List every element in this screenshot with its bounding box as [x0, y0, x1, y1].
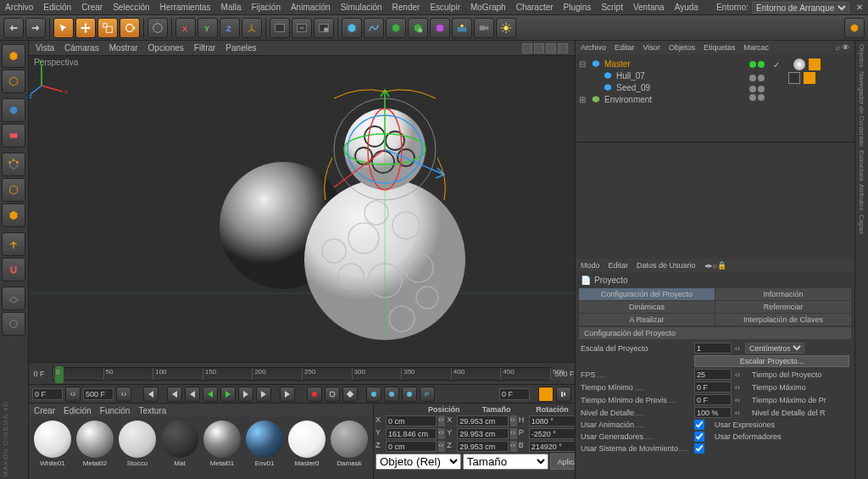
deformer-tool[interactable] [430, 18, 450, 38]
env-select[interactable]: Entorno de Arranque [752, 2, 849, 14]
attr-tab[interactable]: Configuración del Proyecto [579, 288, 715, 300]
material-item[interactable]: Stocco [117, 421, 158, 476]
side-tab-navegador de contenido[interactable]: Navegador de Contenido [858, 71, 865, 147]
menu-mograph[interactable]: MoGraph [470, 3, 506, 12]
material-item[interactable]: Env01 [244, 421, 285, 476]
prev-key-button[interactable] [167, 387, 182, 402]
zoom-icon[interactable] [546, 43, 556, 53]
size-Y[interactable] [457, 428, 508, 439]
lock-icon[interactable]: 🔒 [717, 261, 726, 270]
timeline[interactable]: 0 F 050100150200250300350400450500 500 F [29, 362, 575, 384]
viewmenu-opciones[interactable]: Opciones [148, 43, 184, 53]
make-editable[interactable] [2, 44, 25, 68]
max-icon[interactable] [558, 43, 568, 53]
prev-frame-button[interactable] [185, 387, 200, 402]
menu-herramientas[interactable]: Herramientas [160, 3, 211, 12]
render-view[interactable] [270, 18, 290, 38]
keyframe-sel-button[interactable] [342, 387, 358, 402]
content-browser[interactable] [844, 18, 865, 38]
field-FPS[interactable] [694, 369, 732, 380]
cube-primitive[interactable] [342, 18, 362, 38]
rot-B[interactable] [529, 441, 580, 452]
menu-character[interactable]: Character [516, 3, 554, 12]
current-frame-input[interactable] [499, 388, 530, 400]
play-backward-button[interactable] [203, 387, 218, 402]
play-forward-button[interactable] [220, 387, 236, 402]
viewmenu-mostrar[interactable]: Mostrar [109, 43, 138, 53]
key-scale-button[interactable] [384, 387, 399, 402]
attr-tab[interactable]: Interpolación de Claves [715, 314, 851, 326]
environment-tool[interactable] [452, 18, 472, 38]
recent-tool[interactable] [147, 18, 168, 38]
material-item[interactable]: Metal01 [202, 421, 242, 476]
viewport[interactable]: Perspectiva [29, 56, 575, 362]
sound-button[interactable] [556, 387, 571, 402]
pos-Y[interactable] [386, 428, 437, 439]
object-row[interactable]: Seed_09 [579, 81, 749, 93]
matmenu-textura[interactable]: Textura [138, 406, 166, 415]
goto-end-button[interactable] [280, 387, 295, 402]
marker-button[interactable] [538, 387, 554, 402]
workplane-tool[interactable] [2, 287, 25, 310]
objmenu-archivo[interactable]: Archivo [581, 43, 606, 52]
undo-button[interactable] [3, 18, 24, 38]
key-rot-button[interactable] [402, 387, 417, 402]
menu-animación[interactable]: Animación [291, 3, 331, 12]
end-frame-input[interactable] [83, 388, 114, 400]
scale-tool[interactable] [97, 18, 118, 38]
edge-mode[interactable] [2, 178, 25, 202]
generator-tool[interactable] [408, 18, 428, 38]
material-item[interactable]: Damask [329, 421, 370, 476]
light-tool[interactable] [496, 18, 516, 38]
attrmenu-editar[interactable]: Editar [609, 261, 629, 270]
coord-size-select[interactable]: Tamaño [463, 454, 548, 470]
object-row[interactable]: ⊞Environment [579, 93, 749, 105]
workplane-mode[interactable] [2, 124, 25, 148]
objmenu-marcac[interactable]: Marcac [743, 43, 769, 52]
axis-tool[interactable] [2, 232, 25, 256]
menu-archivo[interactable]: Archivo [5, 3, 33, 12]
x-axis-lock[interactable]: X [175, 18, 196, 38]
camera-icon[interactable] [522, 43, 532, 53]
model-mode[interactable] [2, 70, 25, 93]
check-Usar Animación[interactable] [694, 420, 704, 430]
material-item[interactable]: White01 [32, 421, 73, 476]
object-row[interactable]: Hull_07 [579, 70, 749, 81]
rotate-tool[interactable] [120, 18, 140, 38]
material-item[interactable]: Mat [159, 421, 200, 476]
attr-tab[interactable]: Referenciar [715, 301, 851, 313]
objmenu-etiquetas[interactable]: Etiquetas [704, 43, 736, 52]
spline-tool[interactable] [364, 18, 384, 38]
texture-mode[interactable] [2, 98, 25, 122]
snap-settings[interactable] [2, 312, 25, 336]
size-Z[interactable] [457, 441, 508, 452]
menu-malla[interactable]: Malla [221, 3, 242, 12]
coord-mode-select[interactable]: Objeto (Rel) [376, 454, 461, 470]
nurbs-tool[interactable] [386, 18, 406, 38]
field-Tiempo Mínimo[interactable] [694, 382, 732, 393]
snap-tool[interactable] [2, 258, 25, 281]
menu-render[interactable]: Render [392, 3, 420, 12]
attr-tab[interactable]: Dinámicas [579, 301, 715, 313]
matmenu-edición[interactable]: Edición [64, 406, 92, 415]
redo-button[interactable] [25, 18, 46, 38]
record-button[interactable] [307, 387, 322, 402]
viewmenu-filtrar[interactable]: Filtrar [194, 43, 216, 53]
menu-ayuda[interactable]: Ayuda [675, 3, 698, 12]
unit-select[interactable]: Centímetros [745, 343, 804, 354]
spin-icon[interactable]: ‹› [65, 387, 81, 402]
objmenu-visor[interactable]: Visor [643, 43, 660, 52]
rot-P[interactable] [529, 428, 580, 439]
attr-tab[interactable]: Información [715, 288, 851, 300]
side-tab-capas[interactable]: Capas [858, 214, 865, 234]
move-tool[interactable] [75, 18, 96, 38]
objmenu-objetos[interactable]: Objetos [669, 43, 695, 52]
attrmenu-datos de usuario[interactable]: Datos de Usuario [637, 261, 696, 270]
menu-edición[interactable]: Edición [43, 3, 71, 12]
next-key-button[interactable] [256, 387, 271, 402]
field-Tiempo Mínimo de Previs[interactable] [694, 394, 732, 405]
matmenu-crear[interactable]: Crear [34, 406, 55, 415]
start-frame-input[interactable] [32, 388, 63, 400]
eye-icon[interactable]: 👁 [842, 43, 849, 52]
scale-project-button[interactable]: Escalar Proyecto... [694, 355, 849, 367]
